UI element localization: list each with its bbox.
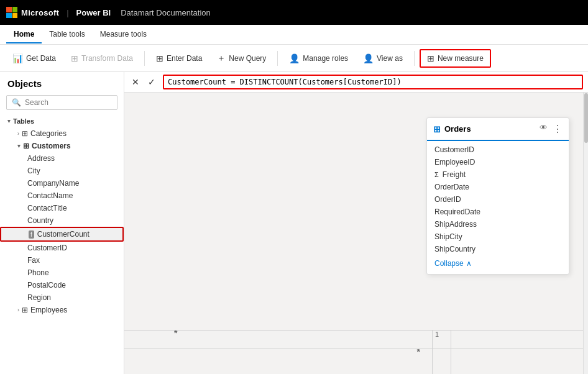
customers-chevron: ▾: [17, 143, 21, 149]
freight-field-label: Freight: [443, 170, 466, 179]
collapse-link[interactable]: Collapse ∧: [427, 255, 569, 271]
canvas-area: ⊞ Orders 👁 ⋮ CustomerID EmployeeID: [124, 93, 588, 374]
formula-cancel-button[interactable]: ✕: [129, 76, 142, 88]
sidebar-item-contactname[interactable]: ContactName: [0, 189, 124, 202]
powerbi-text: Power BI: [76, 8, 111, 17]
tab-measure-tools[interactable]: Measure tools: [93, 26, 154, 43]
tables-section: ▾ Tables: [0, 115, 124, 127]
search-box[interactable]: 🔍: [6, 95, 117, 110]
grid-line-h1: [124, 330, 588, 331]
sidebar-item-companyname[interactable]: CompanyName: [0, 177, 124, 189]
get-data-button[interactable]: 📊 Get Data: [6, 50, 62, 66]
orders-field-employeeid: EmployeeID: [427, 156, 569, 168]
orders-card-body: CustomerID EmployeeID Σ Freight OrderDat…: [427, 141, 569, 274]
sidebar-tree: ▾ Tables › ⊞ Categories ▾ ⊞ Customers Ad…: [0, 115, 124, 374]
employeeid-field-label: EmployeeID: [434, 158, 475, 166]
postalcode-label: PostalCode: [27, 281, 66, 290]
orders-title-text: Orders: [444, 124, 471, 134]
orders-field-orderid: OrderID: [427, 193, 569, 206]
sidebar-item-customerid[interactable]: CustomerID: [0, 242, 124, 254]
scrollbar-thumb[interactable]: [584, 93, 588, 143]
transform-data-icon: ⊞: [71, 53, 78, 63]
enter-data-button[interactable]: ⊞ Enter Data: [150, 50, 208, 66]
search-input[interactable]: [25, 98, 118, 107]
microsoft-text: Microsoft: [21, 8, 59, 17]
sidebar-item-customers[interactable]: ▾ ⊞ Customers: [0, 140, 124, 152]
grid-line-h2: [124, 349, 588, 349]
categories-table-icon: ⊞: [22, 129, 28, 138]
sidebar-item-country[interactable]: Country: [0, 214, 124, 227]
orders-more-icon[interactable]: ⋮: [553, 123, 563, 135]
sidebar-item-customercount[interactable]: f CustomerCount: [0, 227, 124, 242]
contactname-label: ContactName: [27, 191, 73, 200]
sidebar-item-contacttitle[interactable]: ContactTitle: [0, 202, 124, 214]
sidebar-item-city[interactable]: City: [0, 165, 124, 177]
get-data-label: Get Data: [26, 54, 56, 63]
formula-input[interactable]: [163, 75, 583, 89]
categories-chevron: ›: [17, 130, 19, 137]
new-measure-button[interactable]: ⊞ New measure: [420, 49, 491, 68]
manage-roles-label: Manage roles: [303, 54, 348, 63]
grid-number-1: 1: [435, 331, 439, 338]
new-query-icon: ＋: [217, 53, 226, 64]
objects-heading: Objects: [0, 72, 124, 93]
transform-data-label: Transform Data: [81, 54, 133, 63]
city-label: City: [27, 166, 40, 175]
sidebar-item-categories[interactable]: › ⊞ Categories: [0, 127, 124, 140]
address-label: Address: [27, 154, 55, 163]
orders-card-header: ⊞ Orders 👁 ⋮: [427, 118, 569, 141]
tab-home[interactable]: Home: [6, 26, 42, 43]
separator-1: [144, 51, 145, 66]
orders-table-icon: ⊞: [433, 124, 441, 134]
scrollbar-track[interactable]: [583, 93, 588, 374]
requireddate-field-label: RequiredDate: [434, 208, 480, 216]
fax-label: Fax: [27, 256, 40, 265]
view-as-icon: 👤: [363, 53, 374, 63]
grid-line-v2: [451, 331, 451, 374]
collapse-icon: ∧: [466, 259, 472, 268]
manage-roles-icon: 👤: [289, 53, 300, 63]
sidebar-item-phone[interactable]: Phone: [0, 267, 124, 279]
new-measure-icon: ⊞: [427, 53, 434, 63]
formula-bar: ✕ ✓: [124, 72, 588, 93]
sidebar-item-postalcode[interactable]: PostalCode: [0, 279, 124, 291]
orderdate-field-label: OrderDate: [434, 183, 469, 191]
formula-confirm-button[interactable]: ✓: [145, 76, 158, 88]
ribbon-tabs: Home Table tools Measure tools: [0, 25, 588, 45]
sidebar-item-employees[interactable]: › ⊞ Employees: [0, 304, 124, 316]
transform-data-button[interactable]: ⊞ Transform Data: [65, 50, 139, 66]
new-query-button[interactable]: ＋ New Query: [211, 50, 272, 67]
separator-2: [277, 51, 278, 66]
customers-label: Customers: [32, 142, 71, 150]
view-as-label: View as: [377, 54, 403, 63]
customerid-field-label: CustomerID: [434, 145, 474, 154]
new-measure-label: New measure: [438, 54, 484, 63]
tab-table-tools[interactable]: Table tools: [42, 26, 92, 43]
sidebar: Objects 🔍 ▾ Tables › ⊞ Categories ▾ ⊞ Cu…: [0, 72, 124, 374]
view-as-button[interactable]: 👤 View as: [357, 50, 409, 66]
orders-view-icon[interactable]: 👁: [540, 123, 548, 135]
companyname-label: CompanyName: [27, 179, 79, 188]
orders-card: ⊞ Orders 👁 ⋮ CustomerID EmployeeID: [426, 117, 569, 275]
shipcountry-field-label: ShipCountry: [434, 245, 475, 253]
title-divider: |: [67, 8, 68, 17]
grid-line-v1: [432, 331, 433, 374]
orders-field-shipaddress: ShipAddress: [427, 218, 569, 230]
get-data-icon: 📊: [12, 53, 23, 63]
manage-roles-button[interactable]: 👤 Manage roles: [283, 50, 354, 66]
sidebar-item-address[interactable]: Address: [0, 152, 124, 165]
content-area-wrapper: ✕ ✓ ⊞ Orders 👁 ⋮: [124, 72, 588, 374]
main-layout: Objects 🔍 ▾ Tables › ⊞ Categories ▾ ⊞ Cu…: [0, 72, 588, 374]
sidebar-item-region[interactable]: Region: [0, 291, 124, 304]
sidebar-item-fax[interactable]: Fax: [0, 254, 124, 267]
enter-data-icon: ⊞: [156, 53, 163, 63]
measure-icon: f: [29, 230, 34, 239]
microsoft-logo: Microsoft: [6, 7, 59, 18]
shipcity-field-label: ShipCity: [434, 232, 462, 241]
formula-controls: ✕ ✓: [129, 76, 158, 88]
region-label: Region: [27, 293, 51, 302]
customers-table-icon: ⊞: [23, 142, 29, 150]
search-icon: 🔍: [12, 98, 21, 107]
title-bar: Microsoft | Power BI Datamart Documentat…: [0, 0, 588, 25]
orders-field-customerid: CustomerID: [427, 144, 569, 156]
